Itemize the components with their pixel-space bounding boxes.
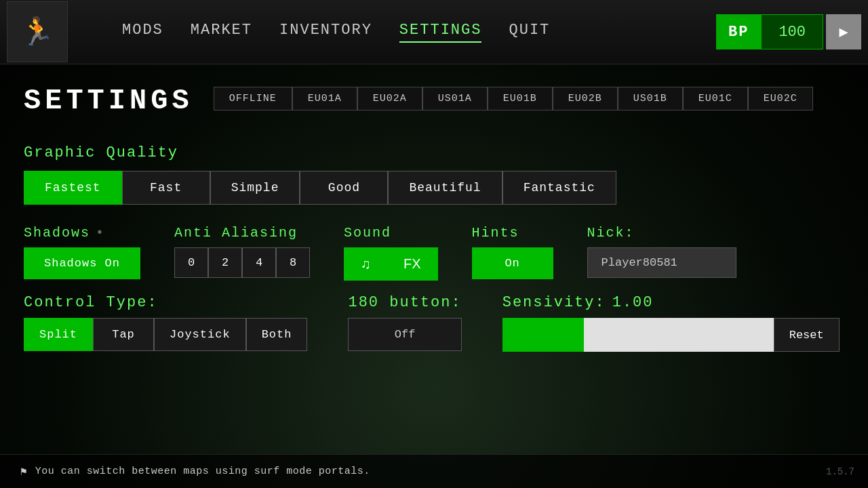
bottom-hint: You can switch between maps using surf m… (35, 466, 370, 477)
server-tab-eu01c[interactable]: EU01C (683, 87, 748, 110)
anti-aliasing-group: Anti Aliasing 0 2 4 8 (174, 225, 310, 278)
server-tab-eu01a[interactable]: EU01A (292, 87, 357, 110)
nav-inventory[interactable]: INVENTORY (279, 22, 372, 43)
graphic-quality-label: Graphic Quality (24, 144, 844, 161)
sensitivity-label: Sensivity: (502, 294, 606, 311)
quality-btn-beautiful[interactable]: Beautiful (388, 171, 502, 205)
sound-label: Sound (344, 225, 438, 241)
quality-btn-good[interactable]: Good (300, 171, 388, 205)
quality-buttons: Fastest Fast Simple Good Beautiful Fanta… (24, 171, 844, 205)
aa-buttons: 0 2 4 8 (174, 247, 310, 278)
nav-market[interactable]: MARKET (191, 22, 252, 43)
ctrl-btn-split[interactable]: Split (24, 318, 93, 351)
nav-links: MODS MARKET INVENTORY SETTINGS QUIT (122, 22, 716, 43)
settings-row: Shadows • Shadows On Anti Aliasing 0 2 4… (24, 225, 844, 281)
sensitivity-value: 1.00 (612, 294, 654, 311)
server-tab-eu01b[interactable]: EU01B (488, 87, 553, 110)
nick-input[interactable] (587, 247, 736, 278)
quality-btn-fastest[interactable]: Fastest (24, 171, 122, 205)
button-180-label: 180 button: (348, 294, 461, 311)
ctrl-btn-both[interactable]: Both (246, 318, 308, 351)
hints-label: Hints (472, 225, 553, 241)
bp-arrow-button[interactable]: ▶ (826, 14, 861, 49)
bottom-bar: ⚑ You can switch between maps using surf… (0, 454, 868, 488)
dot-accent: • (96, 225, 104, 241)
nav-settings[interactable]: SETTINGS (399, 22, 482, 43)
sound-music-button[interactable]: ♫ (344, 248, 387, 280)
button-180-button[interactable]: Off (348, 318, 461, 351)
control-row: Control Type: Split Tap Joystick Both 18… (24, 294, 844, 352)
nick-label: Nick: (587, 225, 736, 241)
quality-btn-fast[interactable]: Fast (122, 171, 210, 205)
aa-btn-4[interactable]: 4 (242, 247, 276, 278)
hints-button[interactable]: On (472, 247, 553, 279)
ctrl-btn-joystick[interactable]: Joystick (154, 318, 246, 351)
bp-value: 100 (761, 14, 823, 49)
anti-aliasing-label: Anti Aliasing (174, 225, 310, 241)
quality-btn-fantastic[interactable]: Fantastic (502, 171, 616, 205)
aa-btn-2[interactable]: 2 (208, 247, 242, 278)
server-tabs: OFFLINE EU01A EU02A US01A EU01B EU02B US… (214, 87, 813, 110)
button-180-group: 180 button: Off (348, 294, 461, 351)
server-tab-eu02c[interactable]: EU02C (748, 87, 813, 110)
bp-label: BP (716, 14, 761, 49)
server-tab-us01a[interactable]: US01A (422, 87, 488, 110)
shadows-button[interactable]: Shadows On (24, 247, 140, 279)
control-buttons: Split Tap Joystick Both (24, 318, 307, 351)
logo-icon: 🏃 (20, 16, 54, 49)
sensitivity-bar-white[interactable] (584, 318, 774, 352)
server-tab-us01b[interactable]: US01B (618, 87, 683, 110)
page-title: SETTINGS (24, 85, 193, 117)
sound-fx-button[interactable]: FX (387, 248, 437, 280)
hints-group: Hints On (472, 225, 553, 279)
version-label: 1.5.7 (826, 466, 854, 477)
nick-group: Nick: (587, 225, 736, 278)
server-tab-eu02a[interactable]: EU02A (357, 87, 422, 110)
sensitivity-group: Sensivity: 1.00 Reset (502, 294, 840, 352)
bp-area: BP 100 ▶ (716, 14, 861, 49)
quality-btn-simple[interactable]: Simple (210, 171, 300, 205)
sensitivity-row: Reset (502, 318, 840, 352)
logo: 🏃 (7, 1, 68, 62)
ctrl-btn-tap[interactable]: Tap (93, 318, 154, 351)
server-tab-eu02b[interactable]: EU02B (553, 87, 618, 110)
shadows-group: Shadows • Shadows On (24, 225, 140, 279)
control-type-label: Control Type: (24, 294, 307, 311)
aa-btn-0[interactable]: 0 (174, 247, 208, 278)
flag-icon: ⚑ (20, 465, 27, 479)
reset-button[interactable]: Reset (774, 318, 840, 352)
shadows-label: Shadows (24, 225, 90, 241)
control-type-group: Control Type: Split Tap Joystick Both (24, 294, 307, 351)
sound-buttons: ♫ FX (344, 247, 438, 281)
top-nav: 🏃 MODS MARKET INVENTORY SETTINGS QUIT BP… (0, 0, 868, 64)
sensitivity-bar-green[interactable] (502, 318, 584, 352)
aa-btn-8[interactable]: 8 (276, 247, 310, 278)
nav-quit[interactable]: QUIT (509, 22, 550, 43)
server-tab-offline[interactable]: OFFLINE (214, 87, 292, 110)
nav-mods[interactable]: MODS (122, 22, 163, 43)
sound-group: Sound ♫ FX (344, 225, 438, 281)
main-content: SETTINGS OFFLINE EU01A EU02A US01A EU01B… (0, 64, 868, 365)
